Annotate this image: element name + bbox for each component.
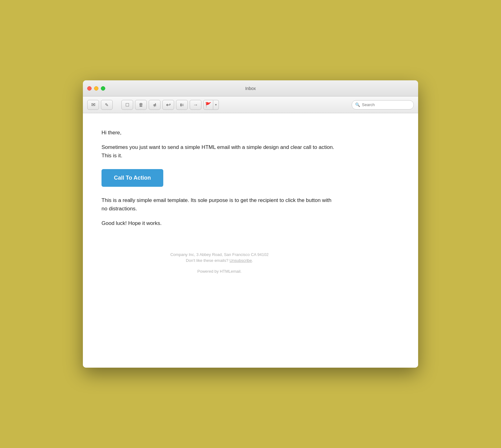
mail-window: Inbox ✉ ✎ ☐ 🗑 ⋪ ↩ ⇇ → 🚩 ▾ 🔍 Hi there, — [83, 80, 418, 368]
traffic-lights — [87, 86, 105, 91]
close-button[interactable] — [87, 86, 92, 91]
unsubscribe-link[interactable]: Unsubscribe — [229, 258, 252, 263]
unsubscribe-prefix: Don't like these emails? — [186, 258, 230, 263]
toolbar: ✉ ✎ ☐ 🗑 ⋪ ↩ ⇇ → 🚩 ▾ 🔍 — [83, 96, 418, 113]
unsubscribe-suffix: . — [252, 258, 253, 263]
cta-button[interactable]: Call To Action — [102, 169, 163, 187]
email-closing: Good luck! Hope it works. — [102, 219, 337, 227]
action-group: ☐ 🗑 ⋪ — [121, 100, 160, 110]
email-body: Hi there, Sometimes you just want to sen… — [102, 129, 337, 274]
reply-button[interactable]: ↩ — [162, 100, 174, 110]
footer-unsubscribe: Don't like these emails? Unsubscribe. — [102, 258, 337, 263]
minimize-button[interactable] — [94, 86, 98, 91]
email-footer: Company Inc, 3 Abbey Road, San Francisco… — [102, 252, 337, 274]
delete-button[interactable]: 🗑 — [135, 100, 147, 110]
email-content: Hi there, Sometimes you just want to sen… — [83, 113, 418, 368]
footer-powered: Powered by HTMLemail. — [102, 269, 337, 274]
titlebar: Inbox — [83, 80, 418, 96]
email-body-text: This is a really simple email template. … — [102, 196, 337, 213]
search-input[interactable] — [362, 102, 410, 107]
maximize-button[interactable] — [101, 86, 105, 91]
window-title: Inbox — [245, 86, 256, 91]
mail-button[interactable]: ✉ — [87, 100, 99, 110]
footer-address: Company Inc, 3 Abbey Road, San Francisco… — [102, 252, 337, 257]
flag-group: 🚩 ▾ — [203, 100, 219, 110]
archive-button[interactable]: ☐ — [121, 100, 133, 110]
reply-all-button[interactable]: ⇇ — [176, 100, 188, 110]
email-intro: Sometimes you just want to send a simple… — [102, 143, 337, 160]
search-box[interactable]: 🔍 — [352, 100, 414, 110]
email-greeting: Hi there, — [102, 129, 337, 137]
trash-button[interactable]: ⋪ — [149, 100, 160, 110]
flag-button[interactable]: 🚩 — [203, 100, 213, 110]
search-icon: 🔍 — [355, 102, 360, 107]
compose-button[interactable]: ✎ — [101, 100, 113, 110]
reply-group: ↩ ⇇ → — [162, 100, 201, 110]
flag-dropdown-button[interactable]: ▾ — [213, 100, 219, 110]
forward-button[interactable]: → — [190, 100, 201, 110]
